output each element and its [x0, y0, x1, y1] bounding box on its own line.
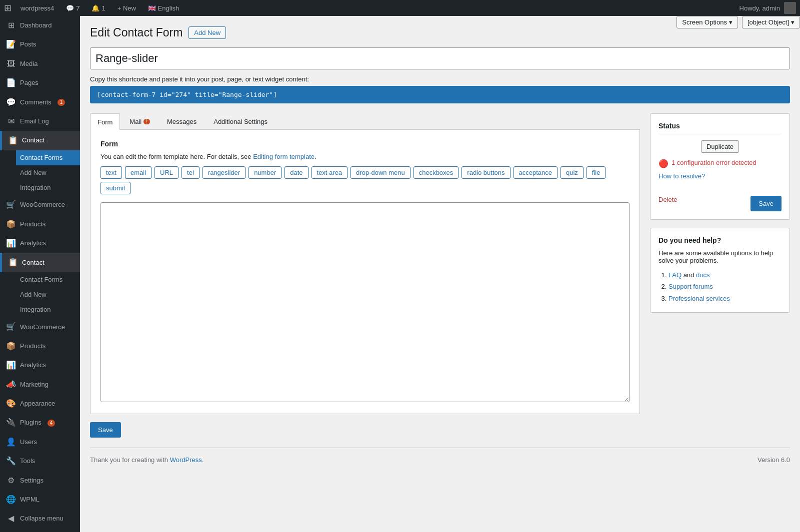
sidebar-item-label: Add New: [20, 290, 46, 299]
sidebar-item-contact2[interactable]: 📋 Contact: [0, 253, 80, 272]
contact-submenu: Contact Forms Add New Integration: [0, 150, 80, 196]
sidebar-item-analytics[interactable]: 📊 Analytics: [0, 234, 80, 253]
sidebar-item-marketing[interactable]: 📣 Marketing: [0, 375, 80, 394]
sidebar-item-label: Analytics: [20, 361, 46, 370]
sidebar-item-products2[interactable]: 📦 Products: [0, 337, 80, 356]
sidebar-item-contact-forms2[interactable]: Contact Forms: [16, 272, 80, 287]
tag-button-checkboxes[interactable]: checkboxes: [414, 166, 459, 179]
tag-button-date[interactable]: date: [284, 166, 308, 179]
sidebar-item-users[interactable]: 👤 Users: [0, 433, 80, 452]
contact-submenu2: Contact Forms Add New Integration: [0, 272, 80, 318]
tag-button-radio-buttons[interactable]: radio buttons: [462, 166, 510, 179]
add-new-button[interactable]: Add New: [188, 26, 226, 39]
tag-button-number[interactable]: number: [248, 166, 282, 179]
tag-button-file[interactable]: file: [586, 166, 606, 179]
footer-wordpress-link[interactable]: WordPress: [170, 456, 202, 464]
tag-button-text[interactable]: text: [100, 166, 122, 179]
sidebar-item-comments[interactable]: 💬 Comments 1: [0, 93, 80, 112]
tabs-nav: Form Mail ! Messages Additional Settings: [90, 113, 640, 130]
sidebar-item-collapse[interactable]: ◀ Collapse menu: [0, 509, 80, 528]
shortcode-box[interactable]: [contact-form-7 id="274" title="Range-sl…: [90, 86, 790, 103]
sidebar-item-add-new[interactable]: Add New: [16, 165, 80, 180]
tag-button-acceptance[interactable]: acceptance: [514, 166, 558, 179]
sidebar-item-label: Contact: [22, 136, 44, 145]
sidebar-item-contact[interactable]: 📋 Contact: [0, 131, 80, 150]
sidebar-item-appearance[interactable]: 🎨 Appearance: [0, 394, 80, 413]
content-columns: Form Mail ! Messages Additional Settings: [90, 113, 790, 438]
tab-messages[interactable]: Messages: [160, 113, 204, 129]
form-template-textarea[interactable]: [100, 202, 630, 402]
sidebar: ⊞ Dashboard 📝 Posts 🖼 Media 📄 Pages 💬 Co…: [0, 16, 80, 532]
sidebar-item-label: Integration: [20, 183, 50, 192]
adminbar-site-name[interactable]: wordpress4: [18, 0, 57, 16]
adminbar-new[interactable]: + New: [114, 0, 139, 16]
plugins-icon: 🔌: [6, 417, 16, 428]
resolve-link[interactable]: How to resolve?: [658, 172, 782, 180]
professional-services-link[interactable]: Professional services: [668, 295, 730, 302]
tag-button-drop-down-menu[interactable]: drop-down menu: [350, 166, 410, 179]
tab-additional-settings[interactable]: Additional Settings: [206, 113, 275, 129]
sidebar-item-plugins[interactable]: 🔌 Plugins 4: [0, 413, 80, 432]
posts-icon: 📝: [6, 39, 16, 50]
support-forums-link[interactable]: Support forums: [668, 283, 713, 290]
save-button-status[interactable]: Save: [750, 196, 782, 211]
sidebar-item-label: WooCommerce: [20, 200, 65, 209]
docs-link[interactable]: docs: [696, 271, 710, 279]
sidebar-item-woocommerce[interactable]: 🛒 WooCommerce: [0, 195, 80, 214]
sidebar-item-label: Marketing: [20, 380, 48, 389]
tag-button-quiz[interactable]: quiz: [560, 166, 584, 179]
sidebar-item-label: Contact: [22, 258, 44, 267]
tag-button-email[interactable]: email: [125, 166, 152, 179]
sidebar-item-label: Collapse menu: [20, 514, 64, 523]
content-sidebar: Status Duplicate 🔴 1 configuration error…: [650, 113, 790, 313]
screen-options-button[interactable]: Screen Options ▾: [676, 16, 738, 28]
sidebar-item-pages[interactable]: 📄 Pages: [0, 73, 80, 92]
sidebar-item-integration[interactable]: Integration: [16, 180, 80, 195]
plugins-badge: 4: [48, 420, 56, 427]
tag-button-tel[interactable]: tel: [182, 166, 200, 179]
help-list: FAQ and docs Support forums Professional…: [658, 269, 782, 304]
sidebar-item-tools[interactable]: 🔧 Tools: [0, 452, 80, 471]
adminbar-comments[interactable]: 💬 7: [63, 0, 82, 16]
sidebar-item-label: Email Log: [20, 117, 49, 126]
admin-bar: ⊞ wordpress4 💬 7 🔔 1 + New 🇬🇧 English Ho…: [0, 0, 800, 16]
save-button-bottom[interactable]: Save: [90, 422, 121, 438]
tab-form[interactable]: Form: [90, 113, 120, 130]
sidebar-item-products[interactable]: 📦 Products: [0, 215, 80, 234]
sidebar-item-settings[interactable]: ⚙ Settings: [0, 471, 80, 490]
faq-link[interactable]: FAQ: [668, 271, 682, 279]
sidebar-item-woocommerce2[interactable]: 🛒 WooCommerce: [0, 317, 80, 336]
tag-button-text-area[interactable]: text area: [312, 166, 348, 179]
sidebar-item-email-log[interactable]: ✉ Email Log: [0, 112, 80, 131]
adminbar-language[interactable]: 🇬🇧 English: [145, 0, 182, 16]
media-icon: 🖼: [6, 58, 16, 69]
sidebar-item-contact-forms[interactable]: Contact Forms: [16, 150, 80, 165]
sidebar-item-label: Settings: [20, 476, 44, 485]
form-name-input[interactable]: [90, 47, 790, 69]
delete-button[interactable]: Delete: [658, 196, 678, 203]
tag-button-submit[interactable]: submit: [100, 182, 130, 194]
help-button[interactable]: [object Object] ▾: [742, 16, 800, 28]
sidebar-item-analytics2[interactable]: 📊 Analytics: [0, 356, 80, 375]
sidebar-item-label: Media: [20, 59, 38, 68]
sidebar-item-dashboard[interactable]: ⊞ Dashboard: [0, 16, 80, 35]
tag-button-url[interactable]: URL: [154, 166, 178, 179]
duplicate-button[interactable]: Duplicate: [701, 140, 739, 153]
tab-mail[interactable]: Mail !: [122, 113, 158, 129]
sidebar-item-media[interactable]: 🖼 Media: [0, 54, 80, 73]
adminbar-notifications[interactable]: 🔔 1: [88, 0, 108, 16]
chevron-down-icon: ▾: [791, 18, 794, 26]
tools-icon: 🔧: [6, 456, 16, 467]
collapse-icon: ◀: [6, 513, 16, 524]
sidebar-item-wpml[interactable]: 🌐 WPML: [0, 490, 80, 509]
help-list-item: Support forums: [668, 281, 782, 292]
wp-logo-icon[interactable]: ⊞: [4, 2, 12, 13]
sidebar-item-integration2[interactable]: Integration: [16, 302, 80, 317]
sidebar-item-add-new2[interactable]: Add New: [16, 287, 80, 302]
editing-form-template-link[interactable]: Editing form template: [253, 153, 314, 160]
sidebar-item-posts[interactable]: 📝 Posts: [0, 35, 80, 54]
tag-button-rangeslider[interactable]: rangeslider: [202, 166, 246, 179]
content-main: Form Mail ! Messages Additional Settings: [90, 113, 640, 438]
products2-icon: 📦: [6, 341, 16, 352]
appearance-icon: 🎨: [6, 398, 16, 409]
